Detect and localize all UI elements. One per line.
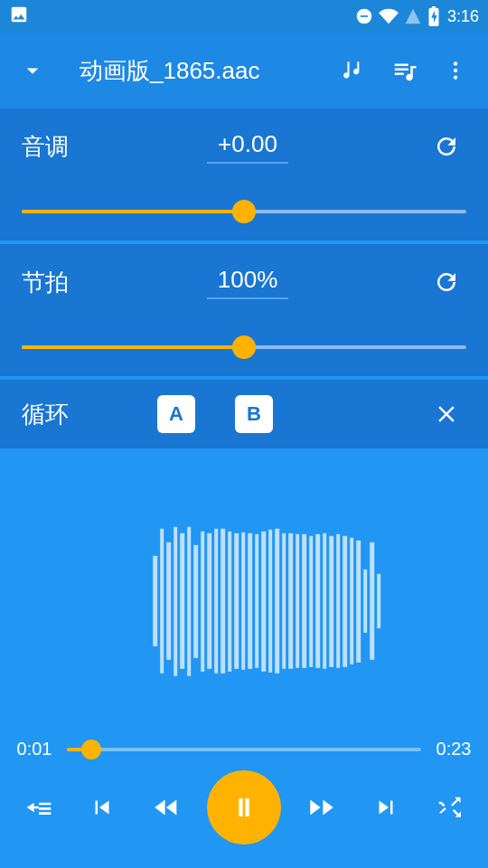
status-time: 3:16 <box>447 7 479 26</box>
svg-rect-3 <box>432 6 436 9</box>
playback-controls <box>0 760 488 868</box>
dnd-icon <box>355 7 373 25</box>
track-title: 动画版_1865.aac <box>80 55 329 87</box>
waveform-area[interactable] <box>0 448 488 739</box>
battery-charging-icon <box>427 6 440 26</box>
playlist-button[interactable] <box>380 45 430 96</box>
app-bar: 动画版_1865.aac <box>0 33 488 108</box>
wifi-icon <box>379 6 399 26</box>
next-button[interactable] <box>363 785 408 830</box>
picture-icon <box>9 5 29 29</box>
pitch-slider-thumb[interactable] <box>232 200 256 223</box>
tempo-label: 节拍 <box>22 267 69 298</box>
svg-rect-1 <box>361 15 368 17</box>
queue-add-button[interactable] <box>16 785 61 830</box>
waveform <box>153 526 380 675</box>
loop-close-button[interactable] <box>427 394 466 434</box>
total-time: 0:23 <box>434 739 474 760</box>
svg-point-5 <box>454 69 457 72</box>
svg-point-4 <box>454 61 457 65</box>
pitch-reset-button[interactable] <box>427 127 466 166</box>
elapsed-time: 0:01 <box>14 739 54 760</box>
progress-row: 0:01 0:23 <box>0 739 488 760</box>
tempo-reset-button[interactable] <box>427 262 466 302</box>
collapse-button[interactable] <box>7 45 58 96</box>
pitch-panel: 音调 +0.00 <box>0 108 488 241</box>
previous-button[interactable] <box>80 785 125 830</box>
pitch-label: 音调 <box>22 131 69 163</box>
tempo-slider-thumb[interactable] <box>232 335 256 359</box>
progress-thumb[interactable] <box>81 740 101 760</box>
loop-a-button[interactable]: A <box>157 395 195 433</box>
tempo-value[interactable]: 100% <box>207 266 288 299</box>
loop-label: 循环 <box>22 399 139 430</box>
loop-b-button[interactable]: B <box>235 395 273 433</box>
no-sim-icon <box>404 7 422 25</box>
pitch-value[interactable]: +0.00 <box>207 130 288 164</box>
rewind-button[interactable] <box>144 785 189 830</box>
forward-button[interactable] <box>299 785 344 830</box>
shuffle-button[interactable] <box>427 785 472 830</box>
pause-button[interactable] <box>207 770 281 844</box>
tempo-slider[interactable] <box>22 345 466 349</box>
svg-point-6 <box>454 75 457 79</box>
progress-slider[interactable] <box>67 748 421 751</box>
tempo-panel: 节拍 100% <box>0 244 488 376</box>
status-bar: 3:16 <box>0 0 488 33</box>
pitch-slider[interactable] <box>22 210 466 213</box>
equalizer-button[interactable] <box>329 45 380 96</box>
more-button[interactable] <box>430 45 481 96</box>
loop-panel: 循环 A B <box>0 380 488 448</box>
